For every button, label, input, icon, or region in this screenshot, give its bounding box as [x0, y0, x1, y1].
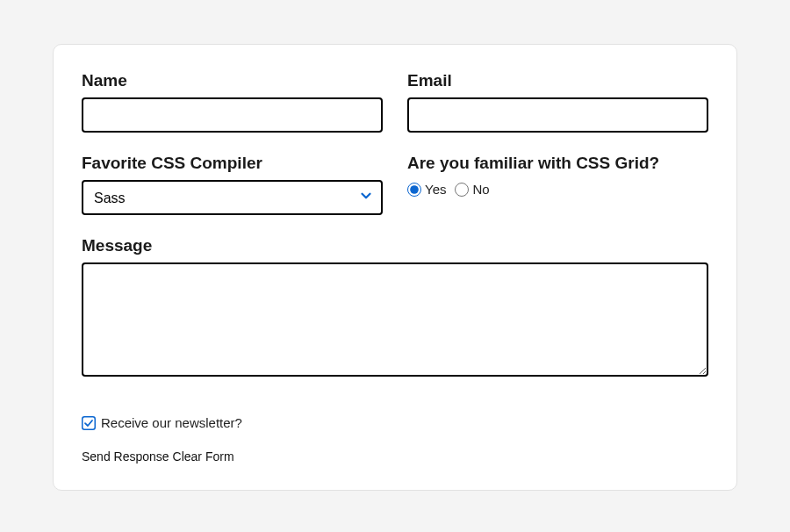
grid-familiar-yes[interactable]: Yes	[407, 182, 446, 197]
compiler-field: Favorite CSS Compiler Sass	[82, 154, 383, 215]
send-response-button[interactable]: Send Response	[82, 449, 169, 464]
clear-form-button[interactable]: Clear Form	[173, 449, 234, 464]
compiler-select[interactable]: Sass	[82, 180, 383, 215]
email-input[interactable]	[407, 97, 708, 133]
grid-familiar-no[interactable]: No	[455, 182, 489, 197]
name-field: Name	[82, 71, 383, 133]
svg-rect-0	[83, 416, 96, 429]
grid-familiar-yes-label: Yes	[425, 182, 446, 197]
message-textarea[interactable]	[82, 262, 708, 377]
name-label: Name	[82, 71, 383, 90]
grid-familiar-options: Yes No	[407, 182, 708, 197]
newsletter-checkbox-label[interactable]: Receive our newsletter?	[82, 415, 242, 430]
compiler-label: Favorite CSS Compiler	[82, 154, 383, 173]
grid-familiar-no-label: No	[472, 182, 489, 197]
grid-familiar-no-radio[interactable]	[455, 183, 469, 197]
newsletter-row: Receive our newsletter? Send Response Cl…	[82, 398, 708, 464]
message-label: Message	[82, 236, 708, 255]
contact-form: Name Email Favorite CSS Compiler Sass Ar…	[82, 71, 708, 464]
newsletter-text: Receive our newsletter?	[101, 415, 242, 430]
grid-familiar-yes-radio[interactable]	[407, 183, 421, 197]
message-field: Message	[82, 236, 708, 377]
form-card: Name Email Favorite CSS Compiler Sass Ar…	[53, 44, 737, 491]
email-field: Email	[407, 71, 708, 133]
grid-familiar-label: Are you familiar with CSS Grid?	[407, 154, 708, 173]
checkbox-checked-icon	[82, 416, 96, 430]
email-label: Email	[407, 71, 708, 90]
form-actions: Send Response Clear Form	[82, 449, 708, 464]
compiler-select-wrap: Sass	[82, 180, 383, 215]
grid-familiar-field: Are you familiar with CSS Grid? Yes No	[407, 154, 708, 215]
name-input[interactable]	[82, 97, 383, 133]
